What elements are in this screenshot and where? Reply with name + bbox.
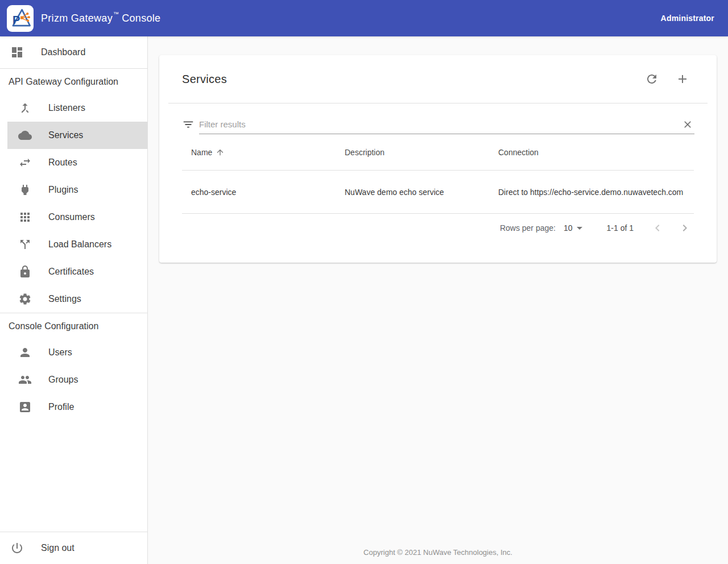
- services-card: Services: [159, 55, 717, 263]
- plug-icon: [18, 183, 32, 197]
- rows-per-page-value: 10: [564, 223, 573, 233]
- previous-page-button[interactable]: [651, 221, 664, 235]
- column-header-label: Name: [191, 148, 212, 157]
- table-row[interactable]: echo-service NuWave demo echo service Di…: [182, 171, 694, 214]
- refresh-button[interactable]: [642, 69, 662, 89]
- contact-card-icon: [18, 400, 32, 414]
- rows-per-page-select[interactable]: 10: [564, 221, 586, 235]
- sidebar-item-label: Routes: [48, 157, 77, 168]
- sidebar-item-label: Plugins: [48, 185, 78, 195]
- plus-icon: [676, 72, 689, 86]
- add-service-button[interactable]: [672, 69, 693, 89]
- column-header-name[interactable]: Name: [182, 148, 336, 157]
- chevron-left-icon: [651, 221, 664, 235]
- sidebar-item-label: Dashboard: [41, 47, 85, 57]
- sidebar-item-plugins[interactable]: Plugins: [0, 176, 147, 204]
- sidebar-item-listeners[interactable]: Listeners: [0, 94, 147, 122]
- trademark-symbol: ™: [113, 11, 119, 17]
- sidebar-item-groups[interactable]: Groups: [0, 366, 147, 393]
- sidebar: Dashboard API Gateway Configuration List…: [0, 36, 148, 564]
- sidebar-item-consumers[interactable]: Consumers: [0, 204, 147, 231]
- page-title: Services: [182, 73, 227, 86]
- sidebar-item-label: Listeners: [48, 103, 85, 113]
- section-header-api-gateway-configuration: API Gateway Configuration: [0, 69, 147, 94]
- sidebar-spacer: [0, 421, 147, 532]
- sidebar-item-profile[interactable]: Profile: [0, 393, 147, 421]
- close-icon: [682, 119, 693, 130]
- column-header-label: Connection: [498, 148, 539, 157]
- card-actions: [642, 69, 693, 89]
- sidebar-item-label: Services: [48, 130, 83, 140]
- filter-input[interactable]: [199, 119, 676, 129]
- sidebar-item-label: Consumers: [48, 212, 95, 222]
- page-range-label: 1-1 of 1: [607, 223, 634, 233]
- copyright-footer: Copyright © 2021 NuWave Technologies, In…: [148, 548, 728, 557]
- chevron-right-icon: [678, 221, 692, 235]
- gear-icon: [18, 292, 32, 306]
- sort-ascending-icon: [216, 148, 225, 157]
- cell-name: echo-service: [182, 186, 336, 198]
- app-header: P Prizm Gateway™Console Administrator: [0, 0, 728, 36]
- sidebar-item-label: Profile: [48, 402, 74, 412]
- app-title: Prizm Gateway™Console: [41, 13, 160, 24]
- call-split-icon: [18, 238, 32, 251]
- sidebar-item-settings[interactable]: Settings: [0, 285, 147, 313]
- column-header-connection[interactable]: Connection: [489, 148, 694, 157]
- sidebar-item-users[interactable]: Users: [0, 339, 147, 366]
- next-page-button[interactable]: [678, 221, 692, 235]
- table-header-row: Name Description Connection: [182, 134, 694, 171]
- sidebar-item-routes[interactable]: Routes: [0, 149, 147, 176]
- svg-text:P: P: [13, 14, 20, 26]
- prizm-logo-icon: P: [9, 6, 32, 30]
- call-merge-icon: [18, 101, 32, 115]
- power-icon: [10, 541, 24, 555]
- sidebar-item-label: Settings: [48, 294, 81, 304]
- card-header: Services: [159, 55, 717, 103]
- sidebar-item-label: Load Balancers: [48, 239, 111, 250]
- filter-field: [199, 115, 694, 134]
- sidebar-item-load-balancers[interactable]: Load Balancers: [0, 231, 147, 258]
- sign-out-label: Sign out: [41, 543, 75, 553]
- sidebar-item-services[interactable]: Services: [0, 122, 147, 149]
- sidebar-item-certificates[interactable]: Certificates: [0, 258, 147, 285]
- column-header-description[interactable]: Description: [336, 148, 489, 157]
- cell-connection: Direct to https://echo-service.demo.nuwa…: [489, 186, 694, 198]
- person-icon: [18, 346, 32, 359]
- swap-arrows-icon: [18, 156, 32, 169]
- main-content: Services: [148, 36, 728, 564]
- sidebar-item-label: Groups: [48, 375, 78, 385]
- dropdown-arrow-icon: [573, 221, 586, 235]
- paginator: Rows per page: 10 1-1 of 1: [159, 214, 717, 242]
- clear-filter-button[interactable]: [681, 118, 694, 131]
- cloud-icon: [18, 128, 32, 142]
- column-header-label: Description: [345, 148, 384, 157]
- filter-row: [159, 103, 717, 134]
- refresh-icon: [645, 72, 659, 86]
- filter-icon: [182, 118, 195, 131]
- sidebar-item-label: Certificates: [48, 267, 94, 277]
- app-logo: P: [7, 5, 34, 32]
- user-menu[interactable]: Administrator: [661, 14, 714, 23]
- cell-description: NuWave demo echo service: [336, 186, 489, 198]
- people-icon: [18, 373, 32, 387]
- dashboard-icon: [10, 45, 24, 59]
- sidebar-item-label: Users: [48, 347, 72, 358]
- apps-grid-icon: [18, 210, 32, 224]
- services-table: Name Description Connection echo-service…: [182, 134, 694, 214]
- rows-per-page-label: Rows per page:: [500, 223, 556, 233]
- section-header-console-configuration: Console Configuration: [0, 313, 147, 339]
- lock-icon: [18, 265, 32, 279]
- sign-out-button[interactable]: Sign out: [0, 532, 147, 564]
- sidebar-item-dashboard[interactable]: Dashboard: [0, 36, 147, 68]
